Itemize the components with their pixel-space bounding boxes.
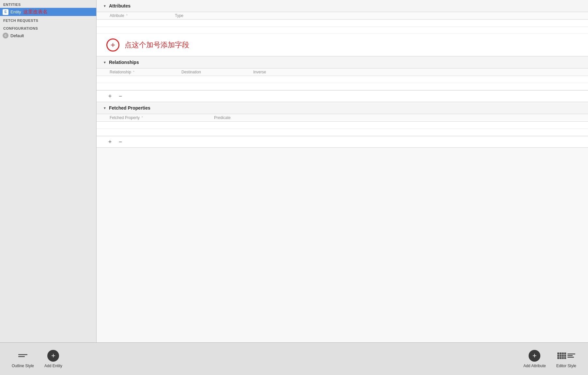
add-entity-item[interactable]: + Add Entity [39,348,68,370]
gc5 [557,355,559,357]
sidebar-item-default[interactable]: C Default [0,32,96,39]
fetched-properties-title: Fetched Properties [109,105,150,111]
predicate-col-header[interactable]: Predicate [214,115,312,120]
fetch-requests-header: FETCH REQUESTS [0,16,96,24]
fetched-add-button[interactable]: + [106,138,114,145]
attributes-section: ▼ Attributes Attribute ⌃ Type + 点这个加号添加字… [97,0,588,56]
outline-style-icon [17,350,29,362]
config-icon: C [3,33,8,38]
fetched-properties-section: ▼ Fetched Properties Fetched Property ⌃ … [97,102,588,148]
editor-style-icon [560,350,572,362]
gc9 [557,357,559,359]
add-entity-label: Add Entity [44,364,62,368]
fetched-table-actions: + − [97,136,588,147]
add-entity-icon: + [47,350,59,362]
fetched-empty-row-2 [97,129,588,136]
relationships-remove-button[interactable]: − [117,93,124,100]
toolbar: Outline Style + Add Entity + Add Attribu… [0,342,588,375]
add-field-row: + 点这个加号添加字段 [97,34,588,56]
add-attribute-icon: + [529,350,540,362]
editor-style-icon-visual [557,352,575,359]
relationships-section-header[interactable]: ▼ Relationships [97,56,588,68]
attributes-triangle: ▼ [103,4,106,8]
grid-icon [557,352,566,359]
inverse-col-header[interactable]: Inverse [253,70,318,74]
tree-line-3 [567,357,574,358]
gc3 [562,352,564,354]
attributes-table-header: Attribute ⌃ Type [97,12,588,20]
entity-icon: E [3,9,8,15]
attributes-empty-row-1 [97,20,588,27]
fetched-empty-row-1 [97,122,588,129]
fetched-table-header: Fetched Property ⌃ Predicate [97,114,588,122]
relationship-sort-arrow: ⌃ [132,70,135,74]
outline-style-item[interactable]: Outline Style [7,348,39,370]
gc7 [562,355,564,357]
outline-line-2 [18,356,25,357]
relationships-empty-row-2 [97,83,588,90]
gc6 [560,355,562,357]
add-entity-circle: + [47,350,59,362]
gc8 [564,355,566,357]
tree-icon [567,353,575,358]
entities-header: ENTITIES [0,0,96,8]
empty-area [97,148,588,342]
fetched-triangle: ▼ [103,106,106,110]
tree-line-2 [567,355,573,356]
outline-style-label: Outline Style [12,364,34,368]
attribute-sort-arrow: ⌃ [126,14,128,17]
relationships-section: ▼ Relationships Relationship ⌃ Destinati… [97,56,588,102]
editor-style-item[interactable]: Editor Style [551,348,581,370]
toolbar-right: + Add Attribute [518,348,581,370]
relationships-add-button[interactable]: + [106,93,114,100]
outline-style-icon-visual [18,354,27,357]
relationships-table-actions: + − [97,90,588,102]
sidebar-item-entity[interactable]: E Entity 这里改表名 [0,8,96,16]
tree-line-1 [567,353,575,354]
add-attribute-item[interactable]: + Add Attribute [518,348,551,370]
config-label: Default [10,33,24,38]
entity-label: Entity [10,9,21,14]
relationship-col-header[interactable]: Relationship ⌃ [110,70,181,74]
relationships-empty-row-1 [97,76,588,83]
add-attribute-label: Add Attribute [523,364,546,368]
attributes-empty-row-2 [97,27,588,34]
add-attribute-circle: + [529,350,540,362]
attributes-title: Attributes [109,3,131,8]
gc12 [564,357,566,359]
add-attribute-circle-button[interactable]: + [106,38,119,52]
fetched-col-header[interactable]: Fetched Property ⌃ [110,115,214,120]
gc4 [564,352,566,354]
sidebar: ENTITIES E Entity 这里改表名 FETCH REQUESTS C… [0,0,97,342]
gc2 [560,352,562,354]
gc11 [562,357,564,359]
main-container: ENTITIES E Entity 这里改表名 FETCH REQUESTS C… [0,0,588,342]
fetched-remove-button[interactable]: − [117,138,124,145]
attributes-section-header[interactable]: ▼ Attributes [97,0,588,12]
gc1 [557,352,559,354]
editor-style-label: Editor Style [556,364,576,368]
type-col-header[interactable]: Type [175,13,240,18]
outline-line-1 [18,354,27,355]
fetched-properties-section-header[interactable]: ▼ Fetched Properties [97,102,588,114]
attribute-col-header[interactable]: Attribute ⌃ [110,13,175,18]
entity-rename-hint: 这里改表名 [23,9,48,15]
relationships-title: Relationships [109,60,139,65]
relationships-triangle: ▼ [103,61,106,64]
configurations-header: CONFIGURATIONS [0,24,96,32]
gc10 [560,357,562,359]
fetched-sort-arrow: ⌃ [141,116,144,119]
relationships-table-header: Relationship ⌃ Destination Inverse [97,68,588,76]
add-field-hint: 点这个加号添加字段 [125,40,189,50]
destination-col-header[interactable]: Destination [181,70,253,74]
main-content: ▼ Attributes Attribute ⌃ Type + 点这个加号添加字… [97,0,588,342]
